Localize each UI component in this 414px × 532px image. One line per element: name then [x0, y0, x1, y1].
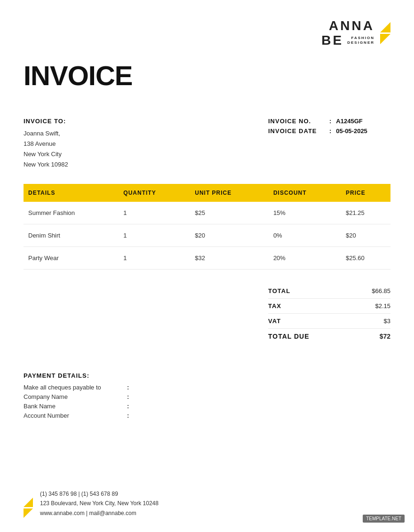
cell-discount: 0%	[269, 224, 341, 246]
footer-triangle-bottom-icon	[24, 508, 33, 518]
client-address2: New York City	[24, 149, 68, 159]
footer: (1) 345 876 98 | (1) 543 678 89 123 Boul…	[0, 480, 414, 532]
cell-details: Party Wear	[24, 246, 119, 269]
invoice-table: DETAILS QUANTITY UNIT PRICE DISCOUNT PRI…	[24, 184, 390, 270]
total-value: $72	[380, 333, 390, 340]
logo-be-row: BE FASHION DESIGNER	[321, 33, 374, 48]
invoice-no-value: A1245GF	[336, 118, 362, 125]
header: ANNA BE FASHION DESIGNER	[0, 0, 414, 53]
invoice-no-row: INVOICE NO. : A1245GF	[268, 118, 390, 125]
payment-row-colon: :	[127, 403, 129, 410]
total-label: TAX	[268, 302, 320, 310]
total-value: $2.15	[375, 302, 390, 310]
table-section: DETAILS QUANTITY UNIT PRICE DISCOUNT PRI…	[0, 184, 414, 270]
invoice-no-colon: :	[329, 118, 331, 125]
triangle-bottom-icon	[380, 34, 390, 44]
payment-row-label: Account Number	[24, 412, 127, 419]
invoice-to-block: INVOICE TO: Joanna Swift, 138 Avenue New…	[24, 118, 68, 170]
invoice-title: INVOICE	[24, 62, 390, 89]
logo-text: ANNA BE FASHION DESIGNER	[321, 19, 374, 48]
table-header: DETAILS QUANTITY UNIT PRICE DISCOUNT PRI…	[24, 184, 390, 202]
payment-row-colon: :	[127, 384, 129, 391]
invoice-to-label: INVOICE TO:	[24, 118, 68, 125]
col-quantity: QUANTITY	[119, 184, 190, 202]
payment-row: Company Name :	[24, 393, 390, 400]
billing-section: INVOICE TO: Joanna Swift, 138 Avenue New…	[0, 103, 414, 184]
table-row: Denim Shirt 1 $20 0% $20	[24, 224, 390, 246]
cell-quantity: 1	[119, 246, 190, 269]
footer-address: 123 Boulevard, New York City, New York 1…	[40, 499, 159, 508]
payment-section: PAYMENT DETAILS: Make all cheques payabl…	[0, 363, 414, 440]
totals-section: TOTAL $66.85 TAX $2.15 VAT $3 TOTAL DUE …	[0, 284, 414, 344]
total-label: VAT	[268, 318, 320, 325]
table-header-row: DETAILS QUANTITY UNIT PRICE DISCOUNT PRI…	[24, 184, 390, 202]
invoice-page: ANNA BE FASHION DESIGNER INVOICE INVOICE…	[0, 0, 414, 532]
cell-discount: 15%	[269, 202, 341, 224]
total-row: TOTAL $66.85	[268, 284, 390, 299]
col-details: DETAILS	[24, 184, 119, 202]
col-price: PRICE	[341, 184, 390, 202]
table-row: Party Wear 1 $32 20% $25.60	[24, 246, 390, 269]
col-discount: DISCOUNT	[269, 184, 341, 202]
col-unit-price: UNIT PRICE	[190, 184, 269, 202]
invoice-date-row: INVOICE DATE : 05-05-2025	[268, 127, 390, 135]
payment-row-label: Make all cheques payable to	[24, 384, 127, 391]
footer-info: (1) 345 876 98 | (1) 543 678 89 123 Boul…	[40, 489, 159, 518]
footer-triangles	[24, 498, 33, 518]
payment-row: Make all cheques payable to :	[24, 384, 390, 391]
cell-unit-price: $20	[190, 224, 269, 246]
logo-be: BE	[321, 33, 343, 48]
payment-row: Bank Name :	[24, 403, 390, 410]
invoice-meta: INVOICE NO. : A1245GF INVOICE DATE : 05-…	[268, 118, 390, 170]
invoice-to-text: Joanna Swift, 138 Avenue New York City N…	[24, 128, 68, 170]
cell-details: Summer Fashion	[24, 202, 119, 224]
client-address1: 138 Avenue	[24, 139, 68, 149]
cell-unit-price: $32	[190, 246, 269, 269]
payment-row-colon: :	[127, 412, 129, 419]
logo-triangles	[380, 22, 390, 44]
footer-phone: (1) 345 876 98 | (1) 543 678 89	[40, 489, 159, 499]
cell-quantity: 1	[119, 224, 190, 246]
footer-triangle-top-icon	[24, 498, 33, 507]
total-value: $3	[384, 318, 390, 325]
cell-details: Denim Shirt	[24, 224, 119, 246]
totals-block: TOTAL $66.85 TAX $2.15 VAT $3 TOTAL DUE …	[268, 284, 390, 344]
cell-price: $21.25	[341, 202, 390, 224]
logo-subtitle: FASHION DESIGNER	[347, 36, 374, 46]
invoice-date-colon: :	[329, 127, 331, 135]
cell-discount: 20%	[269, 246, 341, 269]
total-label: TOTAL DUE	[268, 333, 320, 340]
logo-container: ANNA BE FASHION DESIGNER	[321, 19, 390, 48]
total-label: TOTAL	[268, 287, 320, 294]
payment-row-label: Company Name	[24, 393, 127, 400]
table-body: Summer Fashion 1 $25 15% $21.25 Denim Sh…	[24, 202, 390, 270]
payment-row-colon: :	[127, 393, 129, 400]
total-row: VAT $3	[268, 314, 390, 329]
logo-anna: ANNA	[321, 19, 374, 33]
client-address3: New York 10982	[24, 159, 68, 170]
table-row: Summer Fashion 1 $25 15% $21.25	[24, 202, 390, 224]
triangle-top-icon	[380, 22, 390, 32]
cell-price: $25.60	[341, 246, 390, 269]
payment-rows: Make all cheques payable to : Company Na…	[24, 384, 390, 419]
total-value: $66.85	[372, 287, 390, 294]
total-row: TAX $2.15	[268, 299, 390, 314]
cell-price: $20	[341, 224, 390, 246]
invoice-title-section: INVOICE	[0, 53, 414, 103]
payment-title: PAYMENT DETAILS:	[24, 372, 390, 379]
total-row: TOTAL DUE $72	[268, 329, 390, 344]
invoice-date-label: INVOICE DATE	[268, 127, 329, 135]
watermark: TEMPLATE.NET	[363, 515, 405, 523]
cell-unit-price: $25	[190, 202, 269, 224]
payment-row-label: Bank Name	[24, 403, 127, 410]
cell-quantity: 1	[119, 202, 190, 224]
invoice-date-value: 05-05-2025	[336, 127, 367, 135]
payment-row: Account Number :	[24, 412, 390, 419]
invoice-no-label: INVOICE NO.	[268, 118, 329, 125]
footer-web: www.annabe.com | mail@annabe.com	[40, 508, 159, 518]
client-name: Joanna Swift,	[24, 128, 68, 139]
